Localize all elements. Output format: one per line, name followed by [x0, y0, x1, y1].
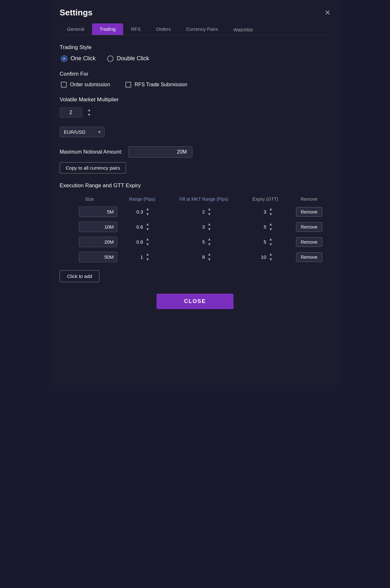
range-cell-1: 0.6 ▲ ▼ [121, 222, 163, 231]
range-cell-2: 0.8 ▲ ▼ [121, 237, 163, 247]
range-spinners-0: ▲ ▼ [144, 207, 151, 216]
range-down-2[interactable]: ▼ [144, 242, 151, 247]
remove-button-0[interactable]: Remove [296, 207, 322, 217]
remove-button-3[interactable]: Remove [296, 252, 322, 262]
range-cell-0: 0.3 ▲ ▼ [121, 207, 163, 216]
range-up-3[interactable]: ▲ [144, 252, 151, 257]
order-submission-checkbox[interactable] [61, 82, 67, 88]
expiry-cell-3: 10 ▲ ▼ [245, 252, 286, 262]
range-spinners-1: ▲ ▼ [144, 222, 151, 231]
fill-val-0: 2 [195, 209, 205, 214]
multiplier-input[interactable] [60, 107, 82, 118]
tab-trading[interactable]: Trading [92, 23, 123, 35]
expiry-up-3[interactable]: ▲ [267, 252, 274, 257]
execution-section-label: Execution Range and GTT Expiry [60, 182, 330, 189]
fill-spinners-0: ▲ ▼ [206, 207, 213, 216]
expiry-spinners-1: ▲ ▼ [267, 222, 274, 231]
order-submission-label: Order submission [70, 82, 110, 88]
modal-close-button[interactable]: ✕ [325, 9, 330, 16]
fill-down-2[interactable]: ▼ [206, 242, 213, 247]
range-down-1[interactable]: ▼ [144, 227, 151, 232]
size-input-1[interactable] [79, 222, 117, 232]
expiry-down-0[interactable]: ▼ [267, 212, 274, 217]
one-click-option[interactable]: One Click [61, 55, 96, 62]
double-click-option[interactable]: Double Click [107, 55, 149, 62]
multiplier-row: ▲ ▼ [60, 107, 330, 118]
range-down-0[interactable]: ▼ [144, 212, 151, 217]
one-click-radio[interactable] [61, 55, 67, 62]
expiry-up-0[interactable]: ▲ [267, 207, 274, 212]
close-button[interactable]: CLOSE [157, 294, 233, 309]
expiry-up-2[interactable]: ▲ [267, 237, 274, 242]
table-row: 0.6 ▲ ▼ 3 ▲ ▼ 5 [60, 219, 330, 234]
currency-dropdown-section: EUR/USD GBP/USD USD/JPY USD/CHF AUD/USD … [60, 127, 330, 137]
rfs-trade-submission-label: RFS Trade Submission [134, 82, 187, 88]
trading-style-label: Trading Style [60, 44, 330, 51]
notional-input[interactable] [128, 146, 192, 158]
confirm-for-label: Confirm For [60, 71, 330, 77]
fill-cell-2: 5 ▲ ▼ [167, 237, 241, 247]
fill-spinners-1: ▲ ▼ [206, 222, 213, 231]
fill-val-3: 8 [195, 254, 205, 260]
copy-to-all-button[interactable]: Copy to all currency pairs [60, 162, 126, 173]
col-expiry: Expiry (GTT) [243, 194, 288, 204]
click-to-add-button[interactable]: Click to add [60, 270, 99, 282]
confirm-for-section: Confirm For Order submission RFS Trade S… [60, 71, 330, 88]
range-spinners-3: ▲ ▼ [144, 252, 151, 262]
range-down-3[interactable]: ▼ [144, 257, 151, 262]
fill-up-3[interactable]: ▲ [206, 252, 213, 257]
volatile-market-section: Volatile Market Multiplier ▲ ▼ [60, 97, 330, 118]
settings-modal: Settings ✕ General Trading RFS Orders Cu… [51, 0, 339, 385]
size-input-2[interactable] [79, 237, 117, 247]
range-up-1[interactable]: ▲ [144, 222, 151, 227]
fill-up-2[interactable]: ▲ [206, 237, 213, 242]
fill-up-0[interactable]: ▲ [206, 207, 213, 212]
fill-spinners-3: ▲ ▼ [206, 252, 213, 262]
expiry-cell-2: 5 ▲ ▼ [245, 237, 286, 247]
col-remove: Remove [288, 194, 330, 204]
currency-dropdown[interactable]: EUR/USD GBP/USD USD/JPY USD/CHF AUD/USD [60, 127, 105, 137]
expiry-down-3[interactable]: ▼ [267, 257, 274, 262]
range-up-2[interactable]: ▲ [144, 237, 151, 242]
expiry-down-1[interactable]: ▼ [267, 227, 274, 232]
range-up-0[interactable]: ▲ [144, 207, 151, 212]
tab-orders[interactable]: Orders [149, 23, 178, 35]
currency-dropdown-wrapper: EUR/USD GBP/USD USD/JPY USD/CHF AUD/USD … [60, 127, 105, 137]
tab-rfs[interactable]: RFS [124, 23, 148, 35]
expiry-cell-0: 3 ▲ ▼ [245, 207, 286, 216]
notional-section: Maximum Notional Amount: Copy to all cur… [60, 146, 330, 173]
tab-watchlist[interactable]: Watchlist [226, 24, 260, 35]
fill-cell-3: 8 ▲ ▼ [167, 252, 241, 262]
multiplier-up-button[interactable]: ▲ [86, 108, 92, 113]
size-input-3[interactable] [79, 252, 117, 262]
expiry-val-2: 5 [257, 239, 266, 245]
modal-title: Settings [60, 8, 93, 18]
fill-down-0[interactable]: ▼ [206, 212, 213, 217]
fill-val-1: 3 [195, 224, 205, 230]
rfs-trade-submission-option[interactable]: RFS Trade Submission [125, 82, 187, 88]
tab-general[interactable]: General [60, 23, 91, 35]
expiry-up-1[interactable]: ▲ [267, 222, 274, 227]
fill-down-1[interactable]: ▼ [206, 227, 213, 232]
remove-button-1[interactable]: Remove [296, 222, 322, 232]
range-val-3: 1 [133, 254, 143, 260]
double-click-radio[interactable] [107, 55, 114, 62]
fill-up-1[interactable]: ▲ [206, 222, 213, 227]
range-val-1: 0.6 [133, 224, 143, 230]
expiry-cell-1: 5 ▲ ▼ [245, 222, 286, 231]
multiplier-down-button[interactable]: ▼ [86, 113, 92, 117]
col-range: Range (Pips) [119, 194, 165, 204]
tab-currency-pairs[interactable]: Currency Pairs [179, 23, 225, 35]
order-submission-option[interactable]: Order submission [61, 82, 110, 88]
remove-button-2[interactable]: Remove [296, 237, 322, 247]
trading-style-section: Trading Style One Click Double Click [60, 44, 330, 62]
table-row: 0.3 ▲ ▼ 2 ▲ ▼ 3 [60, 204, 330, 219]
range-val-2: 0.8 [133, 239, 143, 245]
rfs-trade-submission-checkbox[interactable] [125, 82, 131, 88]
expiry-down-2[interactable]: ▼ [267, 242, 274, 247]
col-fill-at-mkt: Fill at MKT Range (Pips) [165, 194, 243, 204]
modal-header: Settings ✕ [60, 8, 330, 18]
fill-down-3[interactable]: ▼ [206, 257, 213, 262]
size-input-0[interactable] [79, 206, 117, 217]
fill-cell-1: 3 ▲ ▼ [167, 222, 241, 231]
